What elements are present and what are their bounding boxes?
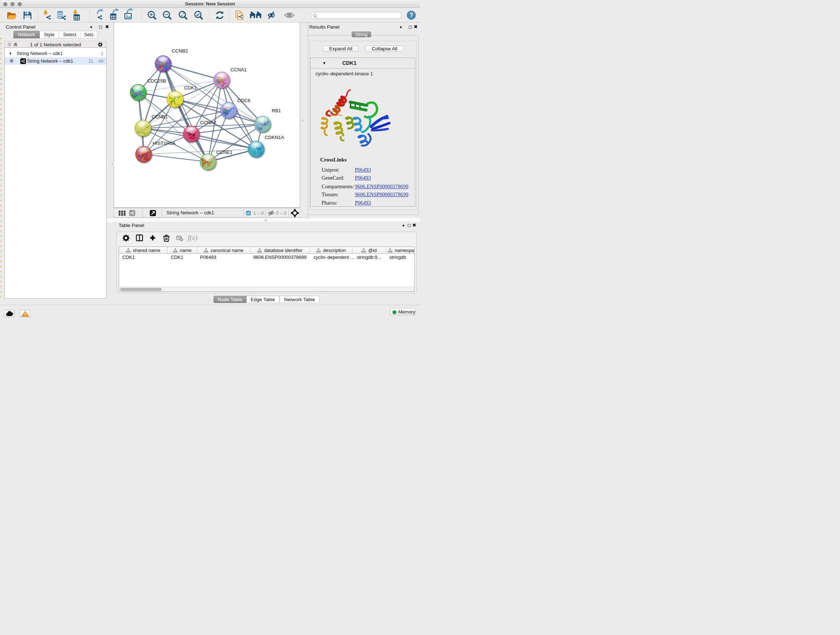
svg-text:CCNA1: CCNA1 [231,67,247,73]
svg-text:CDC6: CDC6 [237,98,250,103]
svg-text:CDKN1A: CDKN1A [265,135,284,140]
svg-text:CCNB2: CCNB2 [172,48,188,54]
svg-text:CCNA2: CCNA2 [200,120,216,125]
svg-text:CDC25B: CDC25B [147,78,166,84]
svg-text:CCNE1: CCNE1 [216,149,233,155]
svg-text:f(x): f(x) [188,234,197,242]
svg-text:0 – 0: 0 – 0 [276,211,286,216]
svg-text:1 – 0: 1 – 0 [253,211,264,216]
svg-text:CCNB1: CCNB1 [152,114,168,119]
svg-text:RB1: RB1 [272,108,281,113]
svg-text:?: ? [409,11,414,19]
svg-text:HIST1H1A: HIST1H1A [153,141,175,146]
svg-text:CDK1: CDK1 [184,85,197,90]
